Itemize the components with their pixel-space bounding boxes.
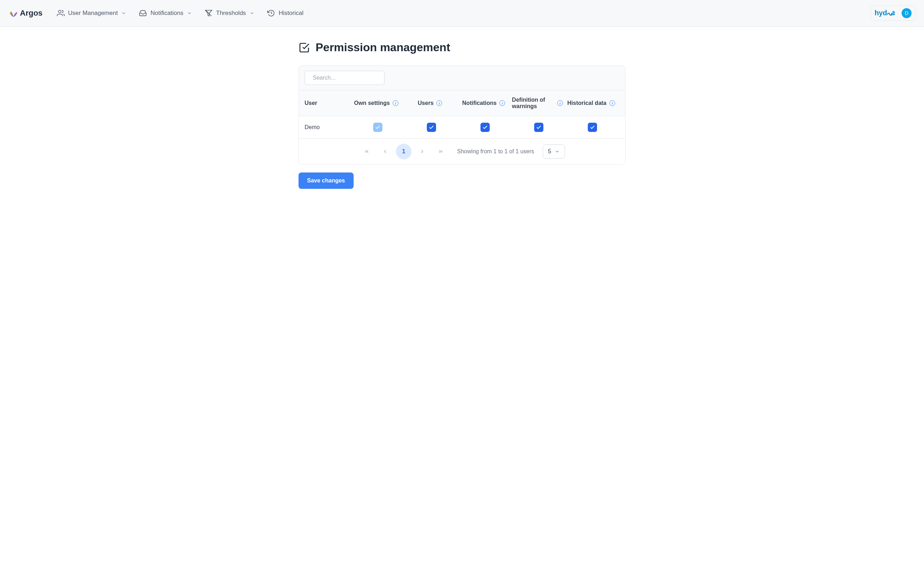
header-left: Argos User Management Notifications Thre… [9, 8, 303, 18]
checkbox-definition-of-warnings[interactable] [534, 123, 543, 132]
search-wrapper [305, 71, 384, 85]
check-icon [536, 125, 542, 130]
search-input[interactable] [313, 75, 384, 81]
users-icon [57, 9, 65, 17]
chevron-down-icon [555, 149, 560, 154]
th-label: Users [418, 100, 434, 106]
info-icon[interactable]: i [436, 100, 442, 106]
save-button[interactable]: Save changes [299, 172, 354, 189]
chevron-down-icon [187, 11, 192, 16]
check-square-icon [299, 42, 310, 53]
checkbox-own-settings [373, 123, 382, 132]
header: Argos User Management Notifications Thre… [0, 0, 924, 27]
th-historical-data: Historical data i [566, 100, 619, 106]
info-icon[interactable]: i [393, 100, 398, 106]
page-number-1[interactable]: 1 [396, 144, 411, 159]
cell-notifications [458, 123, 512, 132]
th-notifications: Notifications i [458, 100, 512, 106]
th-definition-of-warnings: Definition of warnings i [512, 97, 566, 110]
history-icon [267, 9, 275, 17]
chevron-left-icon [382, 149, 388, 154]
svg-line-2 [206, 10, 212, 16]
nav-label: Historical [279, 10, 303, 17]
page-size-select[interactable]: 5 [543, 145, 565, 158]
avatar-letter: D [905, 10, 908, 16]
avatar[interactable]: D [901, 8, 912, 18]
cell-own-settings [351, 123, 404, 132]
main: Permission management User Own settings … [299, 27, 625, 203]
cell-historical-data [566, 123, 619, 132]
check-icon [590, 125, 595, 130]
info-icon[interactable]: i [557, 100, 563, 106]
nav-notifications[interactable]: Notifications [139, 9, 192, 17]
cell-user: Demo [305, 124, 351, 131]
th-own-settings: Own settings i [351, 100, 404, 106]
checkbox-historical-data[interactable] [588, 123, 597, 132]
th-label: Notifications [462, 100, 497, 106]
page-prev[interactable] [378, 144, 393, 159]
svg-text:hyd: hyd [875, 9, 887, 17]
nav-historical[interactable]: Historical [267, 9, 303, 17]
checkbox-notifications[interactable] [481, 123, 490, 132]
nav-user-management[interactable]: User Management [57, 9, 126, 17]
check-icon [482, 125, 488, 130]
th-users: Users i [404, 100, 458, 106]
check-icon [375, 125, 381, 130]
chevron-right-icon [419, 149, 425, 154]
checkbox-users[interactable] [427, 123, 436, 132]
hydus-logo-icon: hyd [875, 9, 899, 17]
chevron-down-icon [249, 11, 255, 16]
filter-icon [205, 9, 212, 17]
chevrons-left-icon [364, 149, 370, 154]
page-title: Permission management [316, 41, 450, 54]
cell-users [404, 123, 458, 132]
page-header: Permission management [299, 41, 625, 54]
page-last[interactable] [433, 144, 449, 159]
info-icon[interactable]: i [610, 100, 615, 106]
permissions-table: User Own settings i Users i Notification… [299, 65, 625, 165]
cell-definition-of-warnings [512, 123, 566, 132]
logo-text: Argos [20, 9, 42, 18]
info-icon[interactable]: i [499, 100, 505, 106]
th-label: Definition of warnings [512, 97, 554, 110]
page-size-value: 5 [548, 148, 551, 155]
nav-label: Thresholds [216, 10, 246, 17]
th-label: User [305, 100, 317, 106]
page-number-label: 1 [402, 148, 405, 155]
check-icon [429, 125, 434, 130]
svg-point-0 [58, 10, 61, 13]
page-first[interactable] [359, 144, 375, 159]
chevron-down-icon [121, 11, 126, 16]
nav-thresholds[interactable]: Thresholds [205, 9, 255, 17]
inbox-icon [139, 9, 147, 17]
pagination: 1 Showing from 1 to 1 of 1 users 5 [299, 139, 625, 164]
table-row: Demo [299, 116, 625, 139]
top-nav: User Management Notifications Thresholds… [57, 9, 303, 17]
chevrons-right-icon [438, 149, 443, 154]
nav-label: User Management [68, 10, 118, 17]
table-header-row: User Own settings i Users i Notification… [299, 90, 625, 116]
header-right[interactable]: hyd D [871, 6, 915, 21]
pagination-info: Showing from 1 to 1 of 1 users [457, 148, 534, 155]
th-label: Historical data [567, 100, 606, 106]
logo[interactable]: Argos [9, 8, 42, 18]
th-label: Own settings [354, 100, 390, 106]
th-user: User [305, 100, 351, 106]
page-next[interactable] [414, 144, 430, 159]
nav-label: Notifications [150, 10, 184, 17]
app-logo-icon [9, 8, 18, 18]
table-toolbar [299, 66, 625, 90]
